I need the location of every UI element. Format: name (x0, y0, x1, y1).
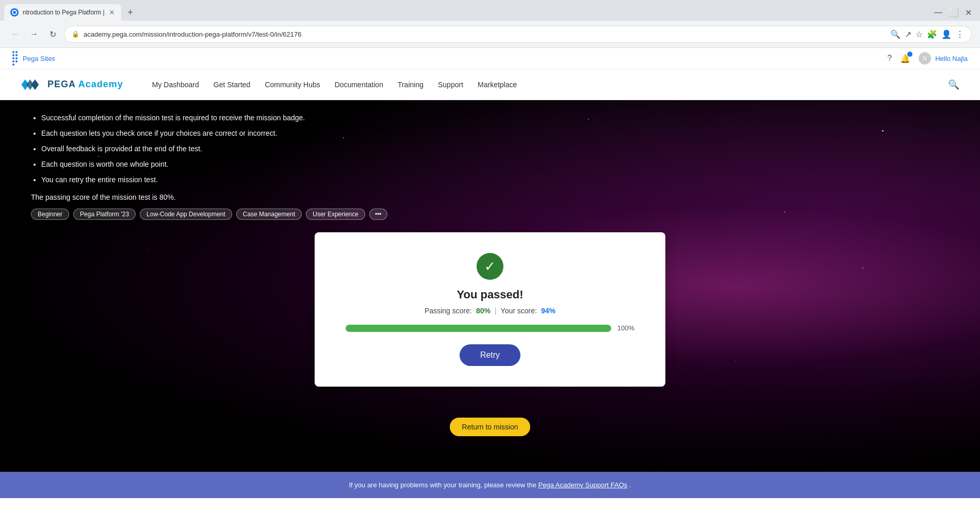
forward-button[interactable]: → (27, 27, 41, 41)
bell-icon[interactable]: 🔔 (900, 54, 910, 63)
content-inner: Successful completion of the mission tes… (0, 100, 980, 387)
profile-icon[interactable]: 👤 (941, 29, 952, 39)
user-greeting: Hello Najla (935, 55, 968, 62)
browser-chrome: ntroduction to Pega Platform | ✕ + — ⬜ ✕… (0, 0, 980, 48)
svg-point-1 (13, 11, 16, 14)
bullet-list: Successful completion of the mission tes… (31, 100, 949, 193)
header-right: ? 🔔 N Hello Najla (887, 52, 968, 65)
help-icon[interactable]: ? (887, 54, 892, 63)
url-actions: 🔍 ↗ ☆ 🧩 👤 ⋮ (890, 29, 964, 39)
tags-row: Beginner Pega Platform '23 Low-Code App … (31, 209, 949, 232)
nav-documentation[interactable]: Documentation (335, 81, 383, 89)
pega-sites-link[interactable]: Pega Sites (12, 51, 55, 66)
your-score-value: 94% (541, 307, 556, 315)
tag-beginner[interactable]: Beginner (31, 209, 69, 220)
logo-icon (21, 76, 43, 93)
maximize-button[interactable]: ⬜ (949, 8, 959, 18)
window-controls: — ⬜ ✕ (934, 8, 976, 18)
tags-more-button[interactable]: ••• (369, 209, 387, 220)
footer-link[interactable]: Pega Academy Support FAQs (538, 481, 628, 489)
return-mission-row: Return to mission (0, 407, 980, 457)
your-score-label: Your score: (501, 307, 537, 315)
nav-get-started[interactable]: Get Started (214, 81, 251, 89)
search-icon[interactable]: 🔍 (948, 79, 959, 90)
passing-score-text: The passing score of the mission test is… (31, 193, 949, 209)
nav-training[interactable]: Training (398, 81, 423, 89)
main-nav: PEGA Academy My Dashboard Get Started Co… (0, 69, 980, 100)
url-bar[interactable]: 🔒 academy.pega.com/mission/introduction-… (64, 26, 972, 43)
nav-support[interactable]: Support (438, 81, 463, 89)
tag-user-experience[interactable]: User Experience (306, 209, 365, 220)
tag-case-management[interactable]: Case Management (236, 209, 302, 220)
bullet-item-2: Each question lets you check once if you… (41, 126, 949, 140)
content-area: Successful completion of the mission tes… (0, 100, 980, 472)
return-mission-button[interactable]: Return to mission (450, 418, 531, 436)
bullet-item-5: You can retry the entire mission test. (41, 172, 949, 187)
nav-marketplace[interactable]: Marketplace (478, 81, 517, 89)
address-bar: ← → ↻ 🔒 academy.pega.com/mission/introdu… (0, 21, 980, 47)
tab-close-button[interactable]: ✕ (109, 8, 115, 17)
extensions-icon[interactable]: 🧩 (927, 29, 937, 39)
nav-links: My Dashboard Get Started Community Hubs … (152, 81, 517, 89)
tag-pega-platform[interactable]: Pega Platform '23 (73, 209, 136, 220)
new-tab-button[interactable]: + (123, 5, 138, 20)
avatar: N (919, 52, 931, 65)
progress-bar-container: 100% (346, 324, 634, 332)
close-window-button[interactable]: ✕ (965, 8, 972, 18)
bullet-item-3: Overall feedback is provided at the end … (41, 141, 949, 156)
logo[interactable]: PEGA Academy (21, 76, 123, 93)
reload-button[interactable]: ↻ (45, 27, 60, 41)
tab-bar: ntroduction to Pega Platform | ✕ + — ⬜ ✕ (0, 0, 980, 21)
lock-icon: 🔒 (72, 30, 79, 38)
footer-text: If you are having problems with your tra… (349, 481, 538, 489)
pega-sites-label: Pega Sites (23, 55, 55, 62)
search-icon[interactable]: 🔍 (890, 29, 901, 39)
check-circle-icon: ✓ (477, 253, 503, 280)
retry-button[interactable]: Retry (460, 344, 520, 366)
progress-bar-fill (346, 325, 611, 332)
site-top-bar: Pega Sites ? 🔔 N Hello Najla (0, 48, 980, 69)
grid-icon (12, 51, 20, 66)
bullet-item-1: Successful completion of the mission tes… (41, 110, 949, 125)
score-row: Passing score: 80% | Your score: 94% (346, 307, 634, 315)
result-title: You passed! (346, 288, 634, 301)
progress-bar-background (346, 325, 611, 332)
tab-title: ntroduction to Pega Platform | (23, 9, 105, 16)
bullet-item-4: Each question is worth one whole point. (41, 157, 949, 171)
passing-label: Passing score: (424, 307, 472, 315)
menu-icon[interactable]: ⋮ (956, 29, 964, 39)
notification-badge (907, 52, 912, 57)
share-icon[interactable]: ↗ (905, 29, 911, 39)
footer: If you are having problems with your tra… (0, 472, 980, 498)
tag-low-code[interactable]: Low-Code App Development (140, 209, 232, 220)
footer-text-end: . (629, 481, 631, 489)
nav-dashboard[interactable]: My Dashboard (152, 81, 199, 89)
passing-value: 80% (476, 307, 491, 315)
back-button[interactable]: ← (8, 27, 23, 41)
progress-percentage: 100% (617, 324, 634, 332)
logo-text: PEGA Academy (47, 79, 123, 90)
url-text: academy.pega.com/mission/introduction-pe… (84, 30, 886, 38)
tab-favicon (10, 8, 19, 17)
score-divider: | (495, 307, 497, 315)
minimize-button[interactable]: — (934, 8, 942, 18)
nav-community-hubs[interactable]: Community Hubs (265, 81, 320, 89)
user-menu[interactable]: N Hello Najla (919, 52, 968, 65)
result-card: ✓ You passed! Passing score: 80% | Your … (315, 232, 665, 387)
browser-tab[interactable]: ntroduction to Pega Platform | ✕ (4, 4, 121, 21)
bookmark-icon[interactable]: ☆ (916, 29, 923, 39)
